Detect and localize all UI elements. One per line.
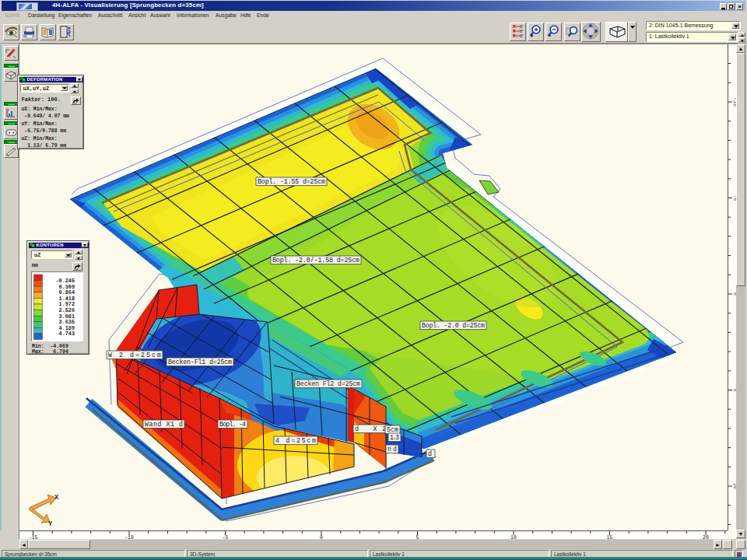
svg-text:Bopl. -1.55 d=25cm: Bopl. -1.55 d=25cm: [258, 178, 325, 185]
svg-text:Bopl. -2.0 d=25cm: Bopl. -2.0 d=25cm: [422, 322, 485, 329]
svg-text:5cm: 5cm: [387, 426, 398, 433]
svg-text:Wand X1 d: Wand X1 d: [145, 421, 183, 428]
svg-text:Y: Y: [48, 520, 53, 528]
svg-text:Becken-Fl1 d=25cm: Becken-Fl1 d=25cm: [168, 359, 232, 366]
svg-text:4 d=25cm: 4 d=25cm: [275, 437, 316, 444]
svg-text:Bopl. -2.0/-1.58 d=25cm: Bopl. -2.0/-1.58 d=25cm: [272, 257, 359, 264]
svg-text:X: X: [54, 494, 59, 502]
svg-text:4.743: 4.743: [59, 331, 75, 337]
svg-text:1.3: 1.3: [390, 434, 399, 441]
svg-text:Becken Fl2 d=25cm: Becken Fl2 d=25cm: [296, 380, 360, 387]
svg-text:d: d: [428, 450, 432, 457]
svg-text:Bopl. -4: Bopl. -4: [219, 421, 246, 428]
